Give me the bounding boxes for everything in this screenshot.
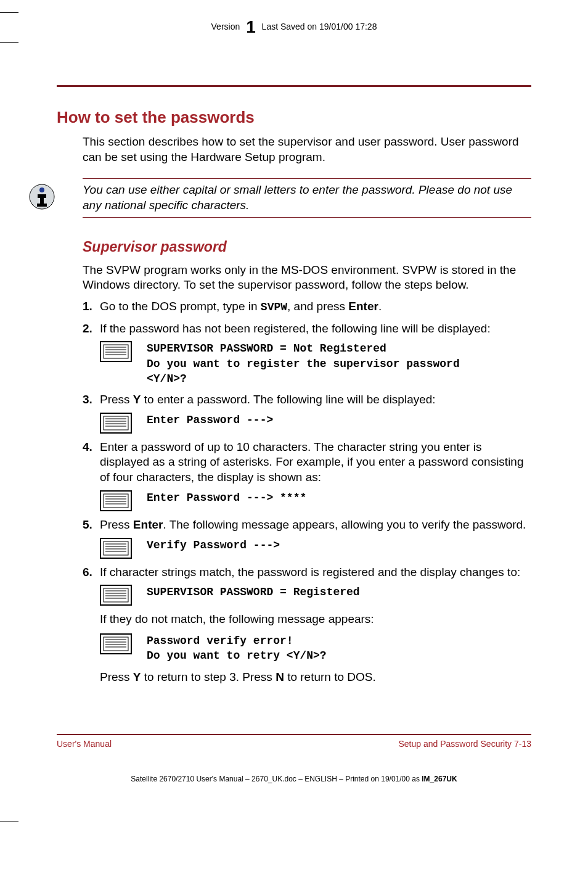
svg-rect-12 <box>104 416 128 430</box>
steps-list: 1. Go to the DOS prompt, type in SVPW, a… <box>83 299 531 685</box>
top-rule <box>57 85 531 87</box>
info-note-text: You can use either capital or small lett… <box>83 178 531 217</box>
monitor-icon <box>100 633 132 654</box>
intro-paragraph: This section describes how to set the su… <box>83 134 531 165</box>
svg-rect-18 <box>104 494 128 508</box>
key-n: N <box>276 670 284 683</box>
mismatch-text: If they do not match, the following mess… <box>100 612 531 627</box>
version-number: 1 <box>242 17 259 36</box>
monitor-icon <box>100 538 132 559</box>
screen-text: SUPERVISOR PASSWORD = Registered <box>147 585 360 599</box>
print-line: Satellite 2670/2710 User's Manual – 2670… <box>57 775 531 783</box>
step-6: 6. If character strings match, the passw… <box>83 565 531 685</box>
step-3: 3. Press Y to enter a password. The foll… <box>83 392 531 434</box>
step-number: 5. <box>83 517 92 533</box>
section-intro: The SVPW program works only in the MS-DO… <box>83 263 531 293</box>
screen-text: Verify Password ---> <box>147 538 280 553</box>
step-number: 6. <box>83 565 92 580</box>
screen-output: Password verify error! Do you want to re… <box>100 633 531 664</box>
step-1: 1. Go to the DOS prompt, type in SVPW, a… <box>83 299 531 315</box>
step-number: 2. <box>83 321 92 337</box>
step-text: If character strings match, the password… <box>100 566 520 579</box>
version-label: Version <box>211 22 240 31</box>
command-svpw: SVPW <box>261 301 287 313</box>
screen-text: SUPERVISOR PASSWORD = Not Registered Do … <box>147 341 460 386</box>
screen-text: Password verify error! Do you want to re… <box>147 633 327 664</box>
crop-mark <box>0 12 18 13</box>
step-text: Press Y to enter a password. The followi… <box>100 393 436 406</box>
svg-rect-4 <box>37 204 47 207</box>
step-text: Go to the DOS prompt, type in SVPW, and … <box>100 300 382 313</box>
step-number: 4. <box>83 440 92 455</box>
monitor-icon <box>100 341 132 362</box>
screen-output: Enter Password ---> <box>100 413 531 434</box>
footer-rule <box>57 734 531 735</box>
step-text: Press Enter. The following message appea… <box>100 518 526 531</box>
crop-mark <box>0 42 18 43</box>
page-title: How to set the passwords <box>57 108 531 127</box>
info-icon <box>28 183 55 210</box>
final-instruction: Press Y to return to step 3. Press N to … <box>100 670 531 685</box>
footer-left: User's Manual <box>57 739 112 749</box>
monitor-icon <box>100 490 132 511</box>
key-y: Y <box>133 393 141 406</box>
step-text: Enter a password of up to 10 characters.… <box>100 440 524 484</box>
svg-rect-30 <box>104 588 128 602</box>
monitor-icon <box>100 585 132 606</box>
step-4: 4. Enter a password of up to 10 characte… <box>83 440 531 511</box>
screen-output: SUPERVISOR PASSWORD = Not Registered Do … <box>100 341 531 386</box>
step-text: If the password has not been registered,… <box>100 322 491 335</box>
key-enter: Enter <box>133 518 163 531</box>
header-version-line: Version 1 Last Saved on 19/01/00 17:28 <box>57 17 531 37</box>
step-number: 3. <box>83 392 92 408</box>
screen-text: Enter Password ---> <box>147 413 273 427</box>
svg-rect-36 <box>104 637 128 651</box>
last-saved: Last Saved on 19/01/00 17:28 <box>262 22 377 31</box>
svg-rect-24 <box>104 542 128 555</box>
monitor-icon <box>100 413 132 434</box>
step-5: 5. Press Enter. The following message ap… <box>83 517 531 559</box>
footer-right: Setup and Password Security 7-13 <box>398 739 531 749</box>
screen-text: Enter Password ---> **** <box>147 490 306 505</box>
info-note: You can use either capital or small lett… <box>28 178 531 217</box>
screen-output: SUPERVISOR PASSWORD = Registered <box>100 585 531 606</box>
screen-output: Verify Password ---> <box>100 538 531 559</box>
step-2: 2. If the password has not been register… <box>83 321 531 387</box>
page-footer: User's Manual Setup and Password Securit… <box>57 739 531 749</box>
step-number: 1. <box>83 299 92 315</box>
crop-mark <box>0 822 18 822</box>
key-y: Y <box>133 670 141 683</box>
screen-output: Enter Password ---> **** <box>100 490 531 511</box>
svg-point-1 <box>39 187 44 192</box>
key-enter: Enter <box>348 300 378 313</box>
svg-rect-6 <box>104 345 128 358</box>
print-code: IM_267UK <box>422 775 457 783</box>
section-heading: Supervisor password <box>83 239 531 255</box>
